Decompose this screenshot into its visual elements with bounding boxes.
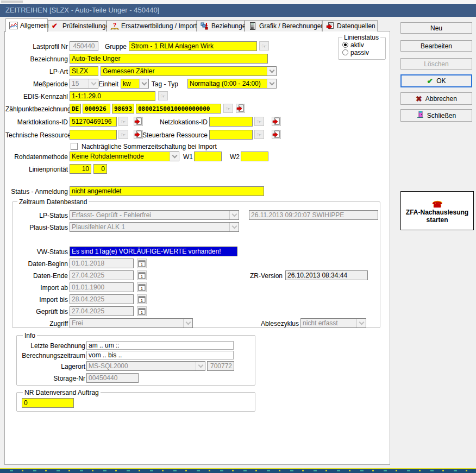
zfa-nachauslesung-button[interactable]: ☎ ZFA-Nachauslesung starten	[400, 191, 474, 230]
chevron-down-icon	[229, 211, 239, 219]
chevron-down-icon	[267, 67, 276, 75]
gruppe-label: Gruppe	[82, 43, 127, 51]
daten-ende-field	[70, 270, 134, 280]
ablesezyklus-value: nicht erfasst	[301, 319, 356, 327]
lp-art-field[interactable]	[70, 66, 98, 76]
zaehlpunkt-browse-icon[interactable]: ☞	[223, 104, 233, 113]
tab-allgemein[interactable]: Allgemein	[5, 18, 48, 32]
import-bis-field	[70, 294, 134, 304]
chevron-down-icon	[170, 152, 179, 161]
edis-label: EDIS-Kennzahl	[5, 93, 68, 100]
edis-browse-icon[interactable]: ☞	[158, 91, 168, 100]
einheit-label: Einheit	[82, 80, 118, 88]
door-icon	[417, 111, 424, 120]
rohdatenmethode-combo[interactable]: Keine Rohdatenmethode	[70, 152, 179, 161]
tab-grafik-berechnungen[interactable]: Grafik / Berechnungen	[245, 20, 322, 31]
zaehlpunkt-part-1[interactable]	[70, 104, 81, 113]
letzte-berechnung-label: Letzte Berechnung	[5, 342, 85, 350]
abbrechen-button[interactable]: ✖ Abbrechen	[400, 92, 472, 105]
calculator-icon	[248, 22, 257, 30]
linienstatus-group-title: Linienstatus	[342, 34, 380, 41]
neu-button[interactable]: Neu	[400, 22, 472, 34]
zugriff-label: Zugriff	[5, 320, 68, 327]
chart-icon	[9, 22, 18, 29]
w2-field[interactable]	[241, 152, 268, 161]
import-bis-calendar-icon[interactable]: 1	[137, 294, 147, 304]
import-ab-field	[70, 282, 134, 292]
status-anmeldung-label: Status - Anmeldung	[5, 188, 68, 195]
bearbeiten-button[interactable]: Bearbeiten	[400, 40, 472, 52]
lp-status-combo: Erfasst- Geprüft - Fehlerfrei	[70, 210, 239, 220]
window-title: ZEITREIHEN [SLZX - Auto-Teile Unger - 45…	[5, 6, 159, 14]
nr-datenversand-group-title: NR Datenversand Auftrag	[23, 389, 101, 396]
window-titlebar[interactable]: ZEITREIHEN [SLZX - Auto-Teile Unger - 45…	[0, 4, 476, 17]
schliessen-button-label: Schließen	[427, 112, 456, 119]
netzlokation-browse-icon[interactable]: ☞	[254, 117, 264, 126]
gruppe-browse-icon[interactable]: ☞	[259, 41, 269, 51]
netzlokation-field[interactable]	[209, 117, 253, 127]
daten-ende-calendar-icon[interactable]: 1	[137, 270, 147, 280]
schliessen-button[interactable]: Schließen	[400, 109, 472, 122]
vw-status-label: VW-Status	[5, 248, 68, 256]
daten-beginn-label: Daten-Beginn	[5, 260, 68, 268]
tab-datenquellen[interactable]: Datenquellen	[322, 20, 378, 31]
tag-typ-label: Tag - Typ	[136, 80, 178, 88]
gruppe-field[interactable]	[129, 41, 257, 51]
zaehlpunkt-part-3[interactable]	[112, 104, 134, 113]
ok-button[interactable]: ✔ OK	[400, 74, 472, 87]
sommerzeit-checkbox[interactable]	[71, 143, 78, 150]
lp-status-label: LP-Status	[5, 212, 68, 219]
marktlokation-field[interactable]	[70, 117, 117, 127]
chevron-down-icon	[196, 362, 205, 370]
tag-typ-combo[interactable]: Normaltag (0:00 - 24:00)	[187, 79, 277, 89]
bezeichnung-field[interactable]	[70, 54, 268, 64]
svg-text:1: 1	[141, 287, 143, 291]
marktlokation-label: Marktlokations-ID	[5, 118, 68, 126]
steuerbare-ressource-import-icon[interactable]	[272, 130, 281, 139]
lp-status-timestamp-field	[249, 210, 378, 220]
linienprioritaet-field-1[interactable]	[70, 164, 91, 174]
zfa-button-label-line1: ZFA-Nachauslesung	[404, 209, 470, 216]
lagerort-value: MS-SQL2000	[87, 362, 196, 370]
tab-ersatzwertbildung[interactable]: ? Ersatzwertbildung / Import	[107, 20, 197, 31]
marktlokation-browse-icon[interactable]: ☞	[118, 117, 128, 126]
import-ab-calendar-icon[interactable]: 1	[137, 282, 147, 292]
lp-status-value: Erfasst- Geprüft - Fehlerfrei	[70, 211, 229, 219]
zaehlpunkt-import-icon[interactable]	[236, 104, 245, 113]
daten-beginn-field	[70, 258, 134, 268]
linienprioritaet-field-2[interactable]	[93, 164, 107, 174]
status-anmeldung-field[interactable]	[70, 186, 264, 196]
steuerbare-ressource-browse-icon[interactable]: ☞	[254, 130, 264, 139]
tab-pruefeinstellungen[interactable]: ✔ Prüfeinstellungen	[48, 20, 107, 31]
linienprioritaet-label: Linienpriorität	[5, 166, 68, 173]
steuerbare-ressource-field[interactable]	[209, 130, 253, 140]
tech-ressource-browse-icon[interactable]: ☞	[118, 130, 128, 139]
w1-field[interactable]	[194, 152, 222, 161]
ok-button-label: OK	[436, 77, 446, 85]
tech-ressource-field[interactable]	[70, 130, 117, 140]
cubes-arrow-icon	[201, 22, 209, 30]
netzlokation-import-icon[interactable]	[272, 117, 281, 126]
edis-field[interactable]	[70, 91, 155, 101]
radio-passiv[interactable]	[342, 49, 348, 55]
sommerzeit-label: Nachträgliche Sommerzeitschaltung bei Im…	[82, 143, 217, 150]
tab-beziehungen[interactable]: Beziehungen	[197, 20, 245, 31]
svg-text:1: 1	[141, 311, 143, 314]
rohdatenmethode-label: Rohdatenmethode	[5, 153, 68, 161]
chevron-down-icon	[229, 223, 239, 231]
w1-label: W1	[183, 153, 193, 161]
netzlokation-label: Netzlokations-ID	[147, 118, 208, 126]
lagerort-nr-field	[207, 361, 234, 371]
marktlokation-import-icon[interactable]	[134, 117, 143, 126]
lp-art-type-combo[interactable]: Gemessen Zähler	[101, 66, 277, 76]
storage-nr-label: Storage-Nr	[5, 375, 85, 382]
zaehlpunkt-part-4[interactable]	[136, 104, 221, 113]
nr-datenversand-field[interactable]	[22, 398, 74, 408]
geprueft-bis-calendar-icon[interactable]: 1	[137, 306, 147, 316]
radio-aktiv[interactable]	[342, 42, 348, 48]
zeitraum-group-title: Zeitraum Datenbestand	[17, 198, 89, 206]
lp-art-type-value: Gemessen Zähler	[101, 67, 267, 75]
lastprofil-nr-label: Lastprofil Nr	[5, 43, 68, 51]
daten-beginn-calendar-icon[interactable]: 1	[137, 258, 147, 268]
zaehlpunkt-part-2[interactable]	[83, 104, 110, 113]
